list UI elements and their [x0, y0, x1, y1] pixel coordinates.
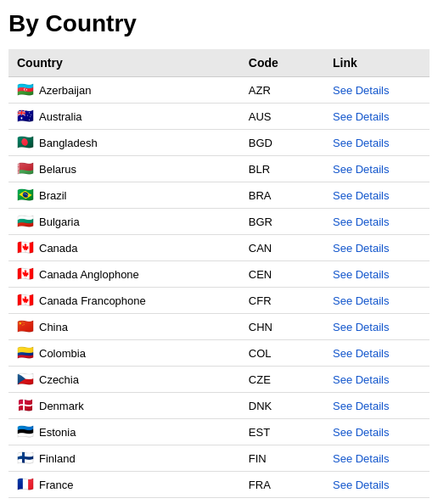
see-details-link[interactable]: See Details: [333, 321, 389, 333]
table-header-row: Country Code Link: [8, 49, 430, 77]
table-row: 🇧🇬 Bulgaria BGRSee Details: [8, 209, 430, 235]
country-flag: 🇦🇺: [17, 109, 34, 123]
country-cell: 🇩🇪 Germany: [8, 498, 240, 505]
see-details-link[interactable]: See Details: [333, 84, 389, 97]
see-details-link[interactable]: See Details: [333, 110, 389, 123]
country-name: Belarus: [39, 163, 76, 176]
country-code: BLR: [240, 156, 324, 182]
country-code: CAN: [240, 235, 324, 261]
country-name: Bangladesh: [39, 137, 98, 149]
table-row: 🇧🇷 Brazil BRASee Details: [8, 182, 430, 209]
country-flag: 🇧🇬: [17, 215, 34, 228]
country-code: FIN: [240, 445, 324, 472]
country-code: BGD: [240, 130, 324, 156]
country-code: COL: [240, 340, 324, 367]
see-details-link[interactable]: See Details: [333, 189, 389, 202]
country-link-cell[interactable]: See Details: [324, 156, 430, 182]
country-name: Azerbaijan: [39, 84, 91, 97]
country-flag: 🇧🇾: [17, 162, 34, 176]
country-cell: 🇦🇿 Azerbaijan: [8, 77, 240, 104]
country-cell: 🇧🇬 Bulgaria: [8, 209, 240, 235]
country-link-cell[interactable]: See Details: [324, 419, 430, 445]
country-cell: 🇩🇰 Denmark: [8, 393, 240, 419]
country-link-cell[interactable]: See Details: [324, 261, 430, 288]
country-code: AUS: [240, 104, 324, 130]
country-flag: 🇨🇿: [17, 372, 34, 386]
header-code: Code: [240, 49, 324, 77]
country-name: Canada: [39, 242, 78, 255]
country-link-cell[interactable]: See Details: [324, 209, 430, 235]
country-link-cell[interactable]: See Details: [324, 77, 430, 104]
see-details-link[interactable]: See Details: [333, 426, 389, 439]
country-link-cell[interactable]: See Details: [324, 314, 430, 340]
country-link-cell[interactable]: See Details: [324, 498, 430, 505]
see-details-link[interactable]: See Details: [333, 137, 389, 149]
page-title: By Country: [8, 7, 430, 41]
country-cell: 🇧🇷 Brazil: [8, 182, 240, 209]
country-link-cell[interactable]: See Details: [324, 104, 430, 130]
table-row: 🇨🇦 Canada CANSee Details: [8, 235, 430, 261]
country-flag: 🇪🇪: [17, 425, 34, 439]
table-row: 🇨🇳 China CHNSee Details: [8, 314, 430, 340]
table-row: 🇪🇪 Estonia ESTSee Details: [8, 419, 430, 445]
table-row: 🇧🇩 Bangladesh BGDSee Details: [8, 130, 430, 156]
country-cell: 🇨🇦 Canada Anglophone: [8, 261, 240, 288]
see-details-link[interactable]: See Details: [333, 452, 389, 465]
table-row: 🇧🇾 Belarus BLRSee Details: [8, 156, 430, 182]
country-code: FRA: [240, 472, 324, 498]
country-cell: 🇫🇮 Finland: [8, 445, 240, 472]
country-code: CEN: [240, 261, 324, 288]
country-name: Denmark: [39, 400, 84, 412]
see-details-link[interactable]: See Details: [333, 242, 389, 255]
table-row: 🇦🇿 Azerbaijan AZRSee Details: [8, 77, 430, 104]
table-row: 🇨🇦 Canada Anglophone CENSee Details: [8, 261, 430, 288]
country-flag: 🇫🇮: [17, 451, 34, 465]
table-row: 🇩🇰 Denmark DNKSee Details: [8, 393, 430, 419]
country-code: EST: [240, 419, 324, 445]
country-flag: 🇧🇷: [17, 188, 34, 202]
country-cell: 🇨🇦 Canada Francophone: [8, 288, 240, 314]
country-code: BRA: [240, 182, 324, 209]
see-details-link[interactable]: See Details: [333, 373, 389, 386]
see-details-link[interactable]: See Details: [333, 400, 389, 412]
header-country: Country: [8, 49, 240, 77]
country-link-cell[interactable]: See Details: [324, 235, 430, 261]
country-cell: 🇫🇷 France: [8, 472, 240, 498]
country-name: France: [39, 479, 73, 491]
country-flag: 🇩🇰: [17, 399, 34, 412]
country-cell: 🇨🇳 China: [8, 314, 240, 340]
country-name: Bulgaria: [39, 216, 80, 228]
see-details-link[interactable]: See Details: [333, 294, 389, 307]
see-details-link[interactable]: See Details: [333, 163, 389, 176]
table-row: 🇨🇿 Czechia CZESee Details: [8, 367, 430, 393]
country-link-cell[interactable]: See Details: [324, 445, 430, 472]
country-code: CHN: [240, 314, 324, 340]
country-code: DNK: [240, 393, 324, 419]
see-details-link[interactable]: See Details: [333, 479, 389, 491]
see-details-link[interactable]: See Details: [333, 347, 389, 360]
country-cell: 🇧🇾 Belarus: [8, 156, 240, 182]
country-link-cell[interactable]: See Details: [324, 130, 430, 156]
country-link-cell[interactable]: See Details: [324, 182, 430, 209]
country-cell: 🇪🇪 Estonia: [8, 419, 240, 445]
table-row: 🇩🇪 Germany DEUSee Details: [8, 498, 430, 505]
country-cell: 🇨🇿 Czechia: [8, 367, 240, 393]
table-row: 🇨🇦 Canada Francophone CFRSee Details: [8, 288, 430, 314]
country-code: AZR: [240, 77, 324, 104]
table-row: 🇫🇮 Finland FINSee Details: [8, 445, 430, 472]
country-code: CFR: [240, 288, 324, 314]
country-link-cell[interactable]: See Details: [324, 393, 430, 419]
country-flag: 🇨🇴: [17, 346, 34, 360]
country-name: Czechia: [39, 373, 79, 386]
see-details-link[interactable]: See Details: [333, 268, 389, 281]
country-table: Country Code Link 🇦🇿 Azerbaijan AZRSee D…: [8, 49, 430, 504]
country-flag: 🇨🇦: [17, 241, 34, 255]
country-link-cell[interactable]: See Details: [324, 340, 430, 367]
country-flag: 🇦🇿: [17, 83, 34, 97]
country-link-cell[interactable]: See Details: [324, 288, 430, 314]
country-link-cell[interactable]: See Details: [324, 367, 430, 393]
country-name: Canada Francophone: [39, 294, 146, 307]
country-link-cell[interactable]: See Details: [324, 472, 430, 498]
see-details-link[interactable]: See Details: [333, 216, 389, 228]
country-flag: 🇫🇷: [17, 478, 34, 491]
